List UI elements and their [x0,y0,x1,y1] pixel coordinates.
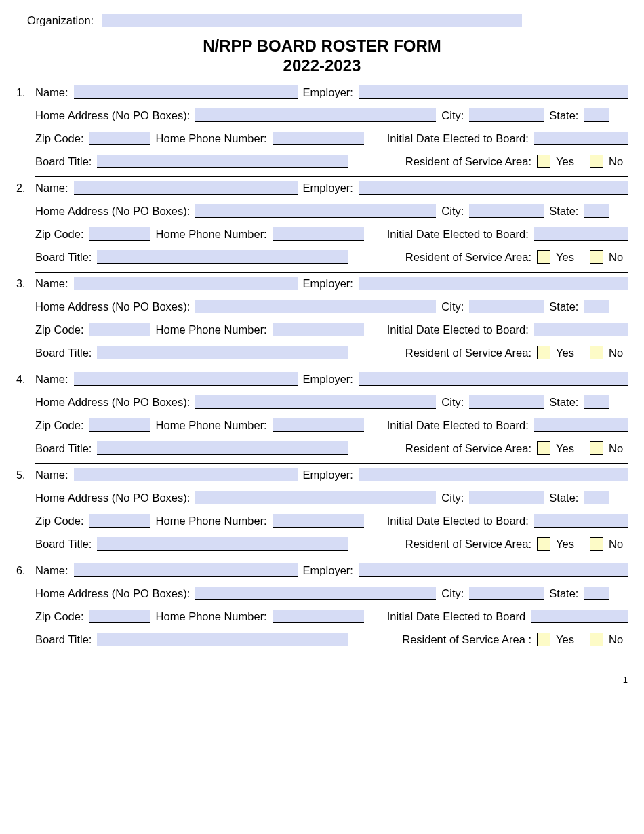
employer-input[interactable] [359,372,628,386]
city-input[interactable] [469,204,544,218]
city-input[interactable] [469,108,544,122]
employer-input[interactable] [359,277,628,290]
address-input[interactable] [195,300,436,313]
initial-date-input[interactable] [534,323,628,336]
board-title-label: Board Title: [35,251,92,264]
zip-input[interactable] [89,418,150,432]
address-input[interactable] [195,587,436,600]
resident-yes-checkbox[interactable] [537,250,550,264]
state-input[interactable] [584,491,609,504]
entry-number: 4. [16,372,35,464]
phone-input[interactable] [273,227,364,241]
initial-date-input[interactable] [531,610,628,623]
entry-fields: Name: Employer: Home Address (No PO Boxe… [35,468,628,559]
resident-yes-checkbox[interactable] [537,155,550,168]
phone-input[interactable] [273,132,364,145]
state-label: State: [549,205,578,218]
name-input[interactable] [74,563,298,577]
employer-label: Employer: [303,564,353,577]
resident-no-checkbox[interactable] [590,250,603,264]
resident-no-checkbox[interactable] [590,537,603,551]
initial-date-label: Initial Date Elected to Board: [387,515,529,528]
employer-input[interactable] [359,563,628,577]
name-input[interactable] [74,372,298,386]
zip-input[interactable] [89,610,150,623]
resident-yes-checkbox[interactable] [537,537,550,551]
initial-date-input[interactable] [534,227,628,241]
board-member-entry: 1. Name: Employer: Home Address (No PO B… [16,85,628,177]
organization-label: Organization: [27,14,94,27]
address-label: Home Address (No PO Boxes): [35,205,190,218]
phone-input[interactable] [273,418,364,432]
board-title-input[interactable] [97,346,348,359]
city-label: City: [441,396,464,409]
city-input[interactable] [469,491,544,504]
resident-yes-checkbox[interactable] [537,346,550,359]
phone-input[interactable] [273,514,364,528]
resident-no-checkbox[interactable] [590,155,603,168]
city-label: City: [441,300,464,313]
state-label: State: [549,587,578,600]
address-label: Home Address (No PO Boxes): [35,300,190,313]
entry-number: 5. [16,468,35,559]
city-input[interactable] [469,587,544,600]
phone-label: Home Phone Number: [156,515,267,528]
state-label: State: [549,396,578,409]
no-label: No [609,346,628,359]
phone-input[interactable] [273,610,364,623]
zip-input[interactable] [89,514,150,528]
zip-label: Zip Code: [35,515,84,528]
phone-label: Home Phone Number: [156,610,267,623]
address-input[interactable] [195,395,436,409]
employer-input[interactable] [359,85,628,99]
name-label: Name: [35,373,68,386]
state-input[interactable] [584,204,609,218]
board-title-input[interactable] [97,537,348,551]
name-label: Name: [35,182,68,195]
initial-date-input[interactable] [534,514,628,528]
yes-label: Yes [556,633,584,646]
zip-input[interactable] [89,227,150,241]
zip-input[interactable] [89,323,150,336]
state-input[interactable] [584,395,609,409]
resident-no-checkbox[interactable] [590,346,603,359]
employer-input[interactable] [359,181,628,195]
resident-yes-checkbox[interactable] [537,633,550,646]
state-input[interactable] [584,108,609,122]
entry-number: 6. [16,563,35,654]
city-input[interactable] [469,300,544,313]
resident-yes-checkbox[interactable] [537,441,550,455]
board-title-input[interactable] [97,441,348,455]
board-member-entry: 5. Name: Employer: Home Address (No PO B… [16,468,628,559]
phone-label: Home Phone Number: [156,228,267,241]
no-label: No [609,251,628,264]
no-label: No [609,538,628,551]
initial-date-input[interactable] [534,418,628,432]
board-title-input[interactable] [97,155,348,168]
address-input[interactable] [195,108,436,122]
phone-input[interactable] [273,323,364,336]
employer-input[interactable] [359,468,628,481]
state-input[interactable] [584,587,609,600]
resident-no-checkbox[interactable] [590,633,603,646]
name-label: Name: [35,277,68,290]
state-input[interactable] [584,300,609,313]
name-input[interactable] [74,181,298,195]
board-title-input[interactable] [97,250,348,264]
organization-input[interactable] [102,14,522,27]
name-input[interactable] [74,277,298,290]
board-member-entry: 2. Name: Employer: Home Address (No PO B… [16,181,628,273]
city-input[interactable] [469,395,544,409]
address-input[interactable] [195,491,436,504]
address-input[interactable] [195,204,436,218]
title-line1: N/RPP BOARD ROSTER FORM [16,37,628,56]
board-title-input[interactable] [97,633,348,646]
resident-label: Resident of Service Area: [405,346,531,359]
zip-label: Zip Code: [35,132,84,145]
name-input[interactable] [74,85,298,99]
name-input[interactable] [74,468,298,481]
resident-no-checkbox[interactable] [590,441,603,455]
employer-label: Employer: [303,373,353,386]
initial-date-input[interactable] [534,132,628,145]
zip-input[interactable] [89,132,150,145]
